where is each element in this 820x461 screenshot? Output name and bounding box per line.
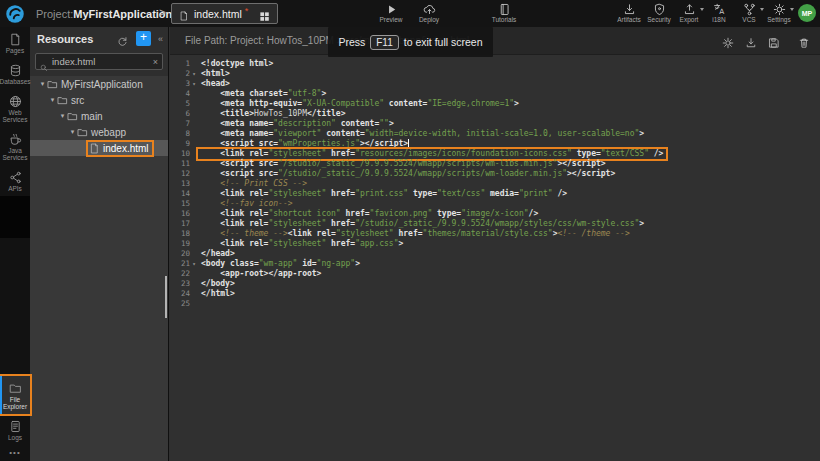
line-content: <!-- Print CSS --> xyxy=(198,179,310,189)
code-line-1: 1<!doctype html> xyxy=(170,59,820,69)
tree-row-MyFirstApplication[interactable]: ▾MyFirstApplication xyxy=(30,76,168,92)
tutorials-button[interactable]: Tutorials xyxy=(482,0,526,23)
tree-expand-arrow[interactable]: ▾ xyxy=(58,112,67,120)
code-token: id= xyxy=(297,259,316,268)
tree-expand-arrow[interactable]: ▾ xyxy=(38,80,47,88)
tutorials-button-label: Tutorials xyxy=(492,16,517,23)
code-token: "app.css" xyxy=(355,239,398,248)
line-number: 13 xyxy=(170,179,190,189)
resources-title: Resources xyxy=(37,33,117,45)
sidebar-item-databases[interactable]: Databases xyxy=(0,58,30,89)
code-line-4: 4 <meta charset="utf-8"> xyxy=(170,89,820,99)
line-number: 11 xyxy=(170,159,190,169)
sidebar-item-java-services-label: Java Services xyxy=(3,147,28,161)
sidebar-item-apis[interactable]: APIs xyxy=(0,165,30,196)
code-token: href= xyxy=(326,149,355,158)
tree-row-src[interactable]: ▾src xyxy=(30,92,168,108)
folder-icon xyxy=(57,95,68,106)
sidebar-item-pages[interactable]: Pages xyxy=(0,27,30,58)
line-content: <!-- theme --><link rel="stylesheet" hre… xyxy=(198,229,633,239)
resources-panel: Resources + « × ▾MyFirstApplication▾src▾… xyxy=(30,27,169,461)
more-options-button[interactable]: ••• xyxy=(0,445,30,459)
code-token: ></script> xyxy=(360,139,408,148)
tree-expand-arrow[interactable]: ▾ xyxy=(48,96,57,104)
deploy-button-label: Deploy xyxy=(419,16,439,23)
sidebar-divider xyxy=(0,196,30,238)
line-content: <link rel="stylesheet" href="app.css"> xyxy=(198,239,406,249)
fold-arrow-icon[interactable]: ▾ xyxy=(190,259,198,269)
code-token: <link rel= xyxy=(201,149,268,158)
code-line-15: 15 <!--fav icon--> xyxy=(170,199,820,209)
tree-row-index.html[interactable]: index.html xyxy=(30,140,168,156)
code-token: > xyxy=(355,259,360,268)
tree-row-webapp[interactable]: ▾webapp xyxy=(30,124,168,140)
preview-button-label: Preview xyxy=(379,16,402,23)
code-token: "utf-8" xyxy=(288,89,322,98)
code-editor[interactable]: 1<!doctype html>2▾<html>3▾<head>4 <meta … xyxy=(170,56,820,461)
code-token: <html> xyxy=(201,69,230,78)
settings-button[interactable]: Settings xyxy=(764,0,794,23)
code-token: <link rel= xyxy=(201,209,268,218)
breadcrumb-chevron-icon: > xyxy=(159,6,166,20)
code-line-3: 3▾<head> xyxy=(170,79,820,89)
code-line-25: 25 xyxy=(170,299,820,309)
sidebar-item-java-services[interactable]: Java Services xyxy=(0,127,30,165)
code-token: "/studio/_static_/9.9.9.5524/wmapp/style… xyxy=(355,219,639,228)
vcs-button[interactable]: VCS xyxy=(734,0,764,23)
user-avatar[interactable]: MP xyxy=(798,4,816,22)
code-token: "wmProperties.js" xyxy=(278,139,360,148)
sidebar-item-web-services[interactable]: Web Services xyxy=(0,89,30,127)
line-content: <script src="/studio/_static_/9.9.9.5524… xyxy=(198,159,609,169)
code-token: content= xyxy=(336,119,379,128)
refresh-icon[interactable] xyxy=(117,33,128,44)
code-token: href= xyxy=(326,219,355,228)
tree-scrollbar[interactable] xyxy=(165,276,167,318)
coffee-icon xyxy=(9,132,22,145)
collapse-panel-button[interactable]: « xyxy=(158,34,163,44)
folder-icon xyxy=(47,79,58,90)
file-save-button[interactable] xyxy=(768,35,780,47)
code-token: > xyxy=(321,89,326,98)
deploy-button[interactable]: Deploy xyxy=(410,0,448,23)
folder-icon xyxy=(77,127,88,138)
search-input[interactable] xyxy=(52,56,149,67)
code-line-19: 19 <link rel="stylesheet" href="app.css"… xyxy=(170,239,820,249)
line-number: 12 xyxy=(170,169,190,179)
clear-search-icon[interactable]: × xyxy=(153,57,158,67)
tray-download-icon xyxy=(623,2,636,15)
line-number: 6 xyxy=(170,109,190,119)
wavemaker-logo[interactable] xyxy=(0,0,30,27)
add-resource-button[interactable]: + xyxy=(136,31,151,46)
file-settings-button[interactable] xyxy=(722,35,734,47)
resource-search-box: × xyxy=(35,53,163,70)
code-token: <link rel= xyxy=(201,219,268,228)
file-download-button[interactable] xyxy=(745,35,757,47)
code-token: <link rel= xyxy=(201,239,268,248)
code-token: "wm-app" xyxy=(259,259,298,268)
save-icon xyxy=(768,35,780,47)
code-token: <body class= xyxy=(201,259,259,268)
file-delete-button[interactable] xyxy=(798,35,810,47)
preview-button[interactable]: Preview xyxy=(372,0,410,23)
grid-icon[interactable] xyxy=(259,8,270,19)
code-line-16: 16 <link rel="shortcut icon" href="favic… xyxy=(170,209,820,219)
fold-arrow-icon[interactable]: ▾ xyxy=(190,79,198,89)
sidebar-item-logs[interactable]: Logs xyxy=(0,414,30,445)
line-content: <link rel="stylesheet" href="print.css" … xyxy=(198,189,570,199)
fullscreen-notification: Press F11 to exit full screen xyxy=(328,27,493,57)
export-button[interactable]: Export xyxy=(674,0,704,23)
tab-index-html[interactable]: index.html * xyxy=(171,3,278,24)
code-token: "ng-app" xyxy=(317,259,356,268)
sidebar-item-file-explorer[interactable]: File Explorer xyxy=(0,376,30,414)
i18n-button[interactable]: Ai18N xyxy=(704,0,734,23)
project-name: MyFirstApplication xyxy=(73,8,172,20)
tree-row-main[interactable]: ▾main xyxy=(30,108,168,124)
security-button[interactable]: Security xyxy=(644,0,674,23)
tree-expand-arrow[interactable]: ▾ xyxy=(68,128,77,136)
line-number: 16 xyxy=(170,209,190,219)
artifacts-button[interactable]: Artifacts xyxy=(614,0,644,23)
fold-arrow-icon[interactable]: ▾ xyxy=(190,69,198,79)
line-content: <!--fav icon--> xyxy=(198,199,296,209)
code-line-13: 13 <!-- Print CSS --> xyxy=(170,179,820,189)
line-number: 23 xyxy=(170,279,190,289)
